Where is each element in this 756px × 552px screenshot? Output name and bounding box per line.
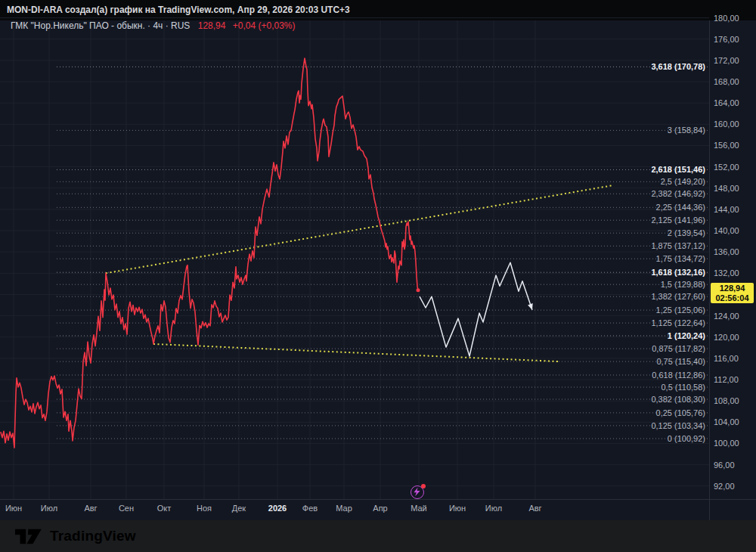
month-label: Фев (302, 504, 318, 513)
fib-level-label: 2,618 (151,46) (651, 165, 705, 174)
fib-level-label: 1,125 (122,64) (651, 318, 705, 327)
legend-change: +0,04 (+0,03%) (233, 20, 296, 31)
month-label: Сен (119, 504, 134, 513)
month-label: Мар (336, 504, 352, 513)
price-tick-label: 96,00 (714, 461, 735, 470)
projection-arrowhead (528, 303, 533, 310)
footer-bar: TradingView (0, 520, 756, 552)
price-tick-label: 164,00 (714, 98, 739, 107)
month-label: Июл (41, 504, 57, 513)
price-tick-label: 168,00 (714, 77, 739, 86)
trendline-upper-yellow[interactable] (106, 185, 612, 273)
fib-level-label: 0,125 (103,34) (651, 421, 705, 430)
fib-level-label: 3 (158,84) (668, 126, 705, 135)
month-label: Ноя (197, 504, 212, 513)
fib-level-label: 0,875 (117,82) (652, 344, 705, 353)
fib-level-label: 1 (120,24) (668, 331, 705, 340)
fib-level-label: 0,618 (112,86) (652, 371, 705, 380)
price-tick-label: 160,00 (714, 119, 739, 129)
fib-level-label: 1,875 (137,12) (651, 241, 705, 250)
price-tick-label: 108,00 (714, 396, 739, 405)
month-label: Июн (449, 504, 466, 513)
month-label: Июн (5, 504, 22, 513)
price-tick-label: 152,00 (714, 163, 739, 172)
event-marker[interactable] (411, 485, 424, 499)
price-tick-label: 172,00 (714, 56, 739, 65)
price-tick-label: 112,00 (714, 375, 739, 384)
month-label: Май (411, 504, 427, 513)
price-tick-label: 148,00 (714, 184, 739, 193)
fib-level-label: 0,5 (110,58) (661, 383, 705, 392)
last-price-dot (417, 288, 420, 292)
fib-level-label: 1,5 (129,88) (661, 280, 705, 289)
price-tick-label: 144,00 (714, 205, 739, 214)
notification-dot (421, 484, 426, 488)
fib-level-label: 1,382 (127,60) (651, 292, 705, 301)
price-tick-label: 180,00 (714, 14, 739, 23)
projection-line[interactable] (420, 262, 532, 356)
month-label: Авг (528, 504, 541, 513)
fib-level-label: 2,5 (149,20) (661, 177, 705, 186)
lightning-icon (411, 486, 423, 498)
price-tick-label: 100,00 (714, 439, 739, 448)
badge-price: 128,94 (711, 284, 754, 293)
fib-level-label: 2,125 (141,96) (651, 216, 705, 225)
tradingview-snapshot: MON-DI-ARA создал(а) график на TradingVi… (0, 0, 756, 552)
fib-level-label: 0,25 (105,76) (656, 408, 705, 417)
trendline-lower-yellow[interactable] (153, 344, 559, 361)
month-label: Июл (485, 504, 502, 513)
price-line-series[interactable] (1, 58, 418, 448)
price-tick-label: 116,00 (714, 354, 739, 363)
fib-level-label: 2,382 (146,92) (651, 189, 705, 198)
month-label: Авг (84, 504, 97, 513)
fib-level-label: 1,618 (132,16) (651, 268, 705, 277)
tradingview-wordmark[interactable]: TradingView (50, 528, 136, 544)
price-tick-label: 120,00 (714, 333, 739, 342)
fib-level-label: 1,25 (125,06) (656, 305, 705, 315)
badge-countdown: 02:56:04 (711, 293, 754, 303)
price-tick-label: 124,00 (714, 312, 739, 321)
last-price-badge: 128,94 02:56:04 (711, 283, 754, 303)
fib-level-label: 3,618 (170,78) (651, 62, 705, 71)
fib-level-label: 2 (139,54) (668, 228, 705, 237)
legend-last-price: 128,94 (198, 20, 226, 31)
tradingview-logo[interactable] (15, 529, 43, 544)
price-tick-label: 92,00 (714, 482, 735, 491)
symbol-title: ГМК "Нор.Никель" ПАО - обыкн. · 4ч · RUS (11, 20, 190, 31)
fib-level-label: 0,75 (115,40) (656, 357, 705, 366)
month-label: Окт (157, 504, 172, 513)
price-tick-label: 104,00 (714, 417, 739, 426)
price-tick-label: 132,00 (714, 268, 739, 278)
symbol-legend[interactable]: ГМК "Нор.Никель" ПАО - обыкн. · 4ч · RUS… (11, 21, 296, 30)
fib-level-label: 1,75 (134,72) (656, 254, 705, 263)
price-tick-label: 156,00 (714, 141, 739, 150)
price-tick-label: 140,00 (714, 226, 739, 235)
month-label: Дек (232, 504, 246, 513)
price-tick-label: 176,00 (714, 35, 739, 44)
price-tick-label: 136,00 (714, 247, 739, 256)
month-label: 2026 (268, 504, 287, 513)
fib-level-label: 2,25 (144,36) (656, 203, 705, 212)
fib-level-label: 0 (100,92) (668, 434, 705, 443)
chart-surface[interactable] (0, 0, 709, 520)
month-label: Апр (373, 504, 387, 513)
fib-level-label: 0,382 (108,30) (651, 395, 705, 404)
